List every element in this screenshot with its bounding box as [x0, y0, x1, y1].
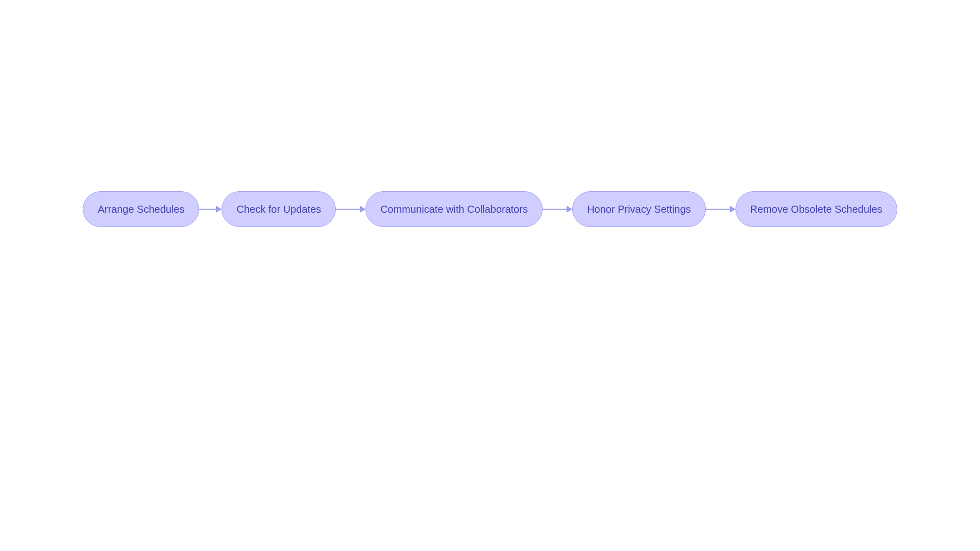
arrow-4: [706, 206, 736, 213]
arrow-line: [543, 209, 567, 210]
arrow-line: [199, 209, 216, 210]
node-label: Communicate with Collaborators: [380, 204, 528, 215]
arrow-head-icon: [216, 206, 222, 213]
arrow-head-icon: [567, 206, 572, 213]
arrow-1: [199, 206, 222, 213]
flow-row: Arrange Schedules Check for Updates Comm…: [0, 191, 980, 227]
node-arrange-schedules[interactable]: Arrange Schedules: [83, 191, 199, 227]
node-label: Remove Obsolete Schedules: [750, 204, 883, 215]
node-check-for-updates[interactable]: Check for Updates: [222, 191, 336, 227]
diagram-canvas: Arrange Schedules Check for Updates Comm…: [0, 0, 980, 551]
node-label: Check for Updates: [236, 204, 321, 215]
node-remove-obsolete-schedules[interactable]: Remove Obsolete Schedules: [736, 191, 897, 227]
arrow-head-icon: [730, 206, 736, 213]
node-honor-privacy-settings[interactable]: Honor Privacy Settings: [572, 191, 705, 227]
arrow-head-icon: [360, 206, 365, 213]
node-label: Arrange Schedules: [97, 204, 184, 215]
arrow-line: [336, 209, 360, 210]
arrow-2: [336, 206, 365, 213]
arrow-line: [706, 209, 730, 210]
arrow-3: [543, 206, 572, 213]
node-label: Honor Privacy Settings: [587, 204, 691, 215]
node-communicate-with-collaborators[interactable]: Communicate with Collaborators: [365, 191, 543, 227]
